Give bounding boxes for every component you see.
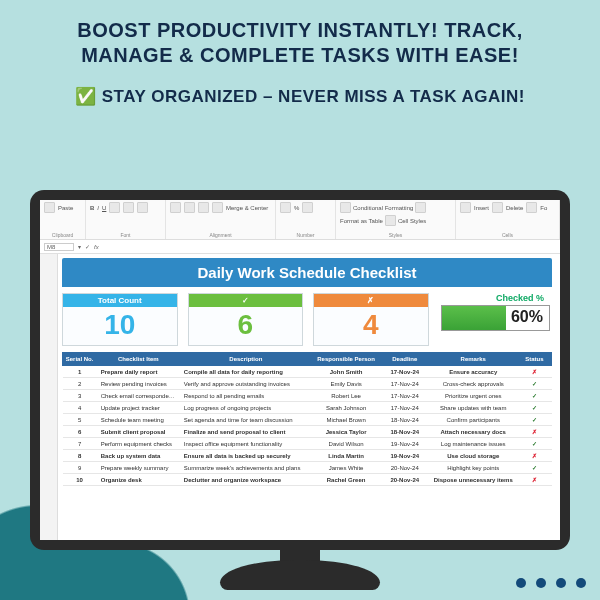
format-table-label[interactable]: Format as Table (340, 218, 383, 224)
cell-desc[interactable]: Compile all data for daily reporting (180, 366, 312, 378)
cell-remarks[interactable]: Attach necessary docs (429, 426, 517, 438)
excel-ribbon[interactable]: Paste Clipboard B I U Font (40, 200, 560, 240)
cell-person[interactable]: Robert Lee (312, 390, 380, 402)
cell-person[interactable]: Jessica Taylor (312, 426, 380, 438)
font-color-icon[interactable] (137, 202, 148, 213)
cell-remarks[interactable]: Use cloud storage (429, 450, 517, 462)
cell-person[interactable]: Michael Brown (312, 414, 380, 426)
cell-status[interactable]: ✗ (517, 474, 551, 486)
comma-icon[interactable] (302, 202, 313, 213)
ribbon-group-font[interactable]: B I U Font (86, 200, 166, 239)
cell-serial[interactable]: 1 (63, 366, 97, 378)
cell-item[interactable]: Back up system data (97, 450, 180, 462)
cell-deadline[interactable]: 19-Nov-24 (380, 438, 429, 450)
table-row[interactable]: 1Prepare daily reportCompile all data fo… (63, 366, 552, 378)
cell-styles-label[interactable]: Cell Styles (398, 218, 426, 224)
table-row[interactable]: 4Update project trackerLog progress of o… (63, 402, 552, 414)
cell-item[interactable]: Update project tracker (97, 402, 180, 414)
cell-desc[interactable]: Verify and approve outstanding invoices (180, 378, 312, 390)
merge-label[interactable]: Merge & Center (226, 205, 268, 211)
col-deadline[interactable]: Deadline (380, 353, 429, 366)
checklist-table[interactable]: Serial No. Checklist Item Description Re… (62, 352, 552, 486)
cell-styles-icon[interactable] (385, 215, 396, 226)
cell-remarks[interactable]: Prioritize urgent ones (429, 390, 517, 402)
cell-desc[interactable]: Set agenda and time for team discussion (180, 414, 312, 426)
cell-serial[interactable]: 9 (63, 462, 97, 474)
table-row[interactable]: 2Review pending invoicesVerify and appro… (63, 378, 552, 390)
delete-icon[interactable] (492, 202, 503, 213)
col-item[interactable]: Checklist Item (97, 353, 180, 366)
underline-button[interactable]: U (102, 205, 106, 211)
ribbon-group-alignment[interactable]: Merge & Center Alignment (166, 200, 276, 239)
cell-desc[interactable]: Inspect office equipment functionality (180, 438, 312, 450)
cell-serial[interactable]: 2 (63, 378, 97, 390)
cell-person[interactable]: Emily Davis (312, 378, 380, 390)
cell-serial[interactable]: 5 (63, 414, 97, 426)
cell-item[interactable]: Organize desk (97, 474, 180, 486)
cell-status[interactable]: ✓ (517, 402, 551, 414)
cell-person[interactable]: Linda Martin (312, 450, 380, 462)
col-remarks[interactable]: Remarks (429, 353, 517, 366)
cell-person[interactable]: David Wilson (312, 438, 380, 450)
cell-item[interactable]: Check email correspondence (97, 390, 180, 402)
cell-serial[interactable]: 10 (63, 474, 97, 486)
format-icon[interactable] (526, 202, 537, 213)
cell-status[interactable]: ✗ (517, 450, 551, 462)
cell-item[interactable]: Perform equipment checks (97, 438, 180, 450)
ribbon-group-cells[interactable]: Insert Delete Fo Cells (456, 200, 560, 239)
align-right-icon[interactable] (198, 202, 209, 213)
col-serial[interactable]: Serial No. (63, 353, 97, 366)
table-row[interactable]: 7Perform equipment checksInspect office … (63, 438, 552, 450)
cell-desc[interactable]: Ensure all data is backed up securely (180, 450, 312, 462)
cell-desc[interactable]: Declutter and organize workspace (180, 474, 312, 486)
cell-person[interactable]: John Smith (312, 366, 380, 378)
cell-remarks[interactable]: Dispose unnecessary items (429, 474, 517, 486)
align-center-icon[interactable] (184, 202, 195, 213)
ribbon-group-styles[interactable]: Conditional Formatting Format as Table C… (336, 200, 456, 239)
cell-deadline[interactable]: 17-Nov-24 (380, 366, 429, 378)
insert-label[interactable]: Insert (474, 205, 489, 211)
cell-status[interactable]: ✓ (517, 378, 551, 390)
cell-serial[interactable]: 8 (63, 450, 97, 462)
ribbon-group-number[interactable]: % Number (276, 200, 336, 239)
delete-label[interactable]: Delete (506, 205, 523, 211)
format-table-icon[interactable] (415, 202, 426, 213)
currency-icon[interactable] (280, 202, 291, 213)
cell-person[interactable]: James White (312, 462, 380, 474)
col-status[interactable]: Status (517, 353, 551, 366)
cell-remarks[interactable]: Confirm participants (429, 414, 517, 426)
paste-icon[interactable] (44, 202, 55, 213)
cell-person[interactable]: Rachel Green (312, 474, 380, 486)
cell-deadline[interactable]: 20-Nov-24 (380, 474, 429, 486)
cell-deadline[interactable]: 17-Nov-24 (380, 390, 429, 402)
cell-remarks[interactable]: Highlight key points (429, 462, 517, 474)
format-label[interactable]: Fo (540, 205, 547, 211)
cell-deadline[interactable]: 18-Nov-24 (380, 426, 429, 438)
cell-item[interactable]: Prepare daily report (97, 366, 180, 378)
table-row[interactable]: 10Organize deskDeclutter and organize wo… (63, 474, 552, 486)
cell-deadline[interactable]: 19-Nov-24 (380, 450, 429, 462)
cell-person[interactable]: Sarah Johnson (312, 402, 380, 414)
table-row[interactable]: 9Prepare weekly summarySummarize week's … (63, 462, 552, 474)
name-box[interactable]: M8 (44, 243, 74, 251)
table-row[interactable]: 3Check email correspondenceRespond to al… (63, 390, 552, 402)
cond-format-icon[interactable] (340, 202, 351, 213)
worksheet[interactable]: Daily Work Schedule Checklist Total Coun… (40, 254, 560, 540)
fill-color-icon[interactable] (123, 202, 134, 213)
cell-deadline[interactable]: 20-Nov-24 (380, 462, 429, 474)
bold-button[interactable]: B (90, 205, 94, 211)
col-person[interactable]: Responsible Person (312, 353, 380, 366)
cell-remarks[interactable]: Share updates with team (429, 402, 517, 414)
border-icon[interactable] (109, 202, 120, 213)
table-row[interactable]: 6Submit client proposalFinalize and send… (63, 426, 552, 438)
cell-remarks[interactable]: Ensure accuracy (429, 366, 517, 378)
cell-desc[interactable]: Summarize week's achievements and plans (180, 462, 312, 474)
italic-button[interactable]: I (97, 205, 99, 211)
cell-status[interactable]: ✓ (517, 438, 551, 450)
cell-desc[interactable]: Log progress of ongoing projects (180, 402, 312, 414)
cell-desc[interactable]: Finalize and send proposal to client (180, 426, 312, 438)
cell-status[interactable]: ✗ (517, 366, 551, 378)
cell-desc[interactable]: Respond to all pending emails (180, 390, 312, 402)
table-row[interactable]: 5Schedule team meetingSet agenda and tim… (63, 414, 552, 426)
cell-serial[interactable]: 7 (63, 438, 97, 450)
